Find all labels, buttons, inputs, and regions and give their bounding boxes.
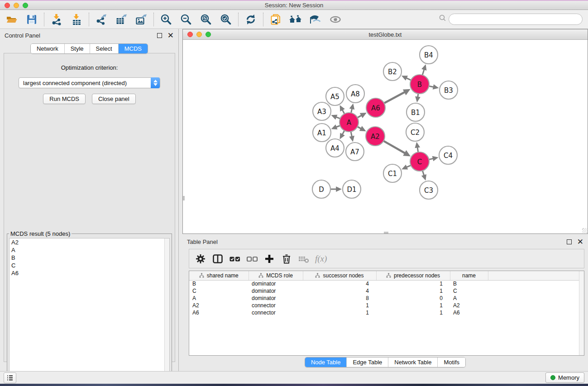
export-table-icon[interactable] [113, 12, 129, 27]
network-hscroll-hint[interactable] [384, 232, 388, 234]
float-panel-icon[interactable] [157, 33, 162, 38]
mcds-result-item[interactable]: A2 [10, 238, 169, 246]
table-row[interactable]: Bdominator41B [189, 280, 584, 287]
network-node-A7[interactable]: A7 [346, 143, 364, 161]
tab-motifs[interactable]: Motifs [438, 357, 465, 367]
tab-mcds[interactable]: MCDS [119, 44, 148, 53]
network-node-B2[interactable]: B2 [383, 62, 402, 81]
col-header-shared-name[interactable]: shared name [189, 271, 249, 280]
network-vscroll-hint[interactable] [183, 196, 185, 200]
zoom-selected-icon[interactable] [218, 12, 234, 27]
table-settings-icon[interactable] [192, 251, 209, 267]
app-titlebar: Session: New Session [0, 0, 588, 10]
network-node-D1[interactable]: D1 [343, 180, 361, 198]
table-row[interactable]: A2connector11A2 [189, 302, 584, 309]
tab-style[interactable]: Style [65, 44, 90, 53]
function-builder-icon[interactable]: f(x) [315, 254, 327, 264]
run-mcds-button[interactable]: Run MCDS [43, 94, 86, 104]
import-table-icon[interactable] [68, 12, 85, 27]
col-header-name[interactable]: name [450, 271, 488, 280]
tab-select[interactable]: Select [90, 44, 119, 53]
optimization-criterion-label: Optimization criterion: [4, 64, 175, 71]
tab-node-table[interactable]: Node Table [305, 357, 347, 367]
zoom-out-icon[interactable] [178, 12, 194, 27]
zoom-in-icon[interactable] [158, 12, 174, 27]
export-network-icon[interactable] [93, 12, 110, 27]
network-canvas[interactable]: B4B2BB3A8A5A6A3B1AA1C2A2A4A7C4CC1C3DD1 [183, 40, 588, 234]
network-node-A4[interactable]: A4 [326, 139, 344, 157]
network-graph[interactable]: B4B2BB3A8A5A6A3B1AA1C2A2A4A7C4CC1C3DD1 [183, 40, 588, 234]
mcds-result-list[interactable]: A2 A B C A6 [9, 238, 170, 382]
table-scrollbar[interactable] [579, 271, 584, 355]
attribute-icon [315, 273, 320, 278]
save-session-icon[interactable] [24, 12, 40, 27]
mcds-result-item[interactable]: C [10, 262, 169, 269]
open-file-icon[interactable] [4, 12, 20, 27]
show-graphics-details-icon[interactable] [327, 12, 344, 27]
new-network-from-selection-icon[interactable] [268, 12, 284, 27]
network-node-C4[interactable]: C4 [439, 146, 457, 164]
network-node-A2[interactable]: A2 [366, 127, 385, 146]
unselect-all-columns-icon[interactable] [244, 251, 261, 267]
network-node-C1[interactable]: C1 [383, 164, 402, 182]
table-float-icon[interactable] [567, 239, 572, 244]
import-network-icon[interactable] [48, 12, 65, 27]
first-neighbors-icon[interactable] [287, 12, 304, 27]
mcds-list-scrollbar[interactable] [164, 238, 169, 381]
network-node-A8[interactable]: A8 [346, 85, 364, 103]
export-image-icon[interactable] [133, 12, 149, 27]
mcds-result-item[interactable]: B [10, 254, 169, 262]
memory-label: Memory [558, 374, 579, 381]
network-node-A5[interactable]: A5 [326, 87, 344, 105]
mcds-result-item[interactable]: A6 [10, 269, 169, 277]
search-input[interactable] [449, 14, 583, 25]
network-node-B3[interactable]: B3 [440, 81, 458, 99]
col-header-predecessor-nodes[interactable]: predecessor nodes [376, 271, 450, 280]
mcds-result-item[interactable]: A [10, 246, 169, 254]
hide-graphics-details-icon[interactable] [307, 12, 324, 27]
network-view-window: testGlobe.txt B4B2BB3A8A5A6A3B1AA1C2A2A4… [182, 29, 588, 234]
zoom-fit-icon[interactable] [198, 12, 214, 27]
network-node-A[interactable]: A [339, 113, 359, 132]
add-column-icon[interactable] [261, 251, 278, 267]
select-all-columns-icon[interactable] [226, 251, 244, 267]
network-window-titlebar[interactable]: testGlobe.txt [183, 29, 588, 40]
apply-layout-icon[interactable] [243, 12, 259, 27]
network-node-C3[interactable]: C3 [420, 181, 438, 199]
svg-text:A1: A1 [317, 129, 326, 137]
network-node-A1[interactable]: A1 [313, 124, 331, 142]
main-toolbar [0, 10, 588, 29]
network-node-B1[interactable]: B1 [406, 103, 425, 121]
attribute-icon [199, 273, 204, 278]
close-panel-icon[interactable]: ✕ [167, 33, 174, 38]
svg-text:D1: D1 [347, 186, 356, 194]
network-node-A3[interactable]: A3 [313, 102, 331, 120]
network-node-A6[interactable]: A6 [366, 98, 385, 117]
network-node-B4[interactable]: B4 [420, 46, 438, 64]
network-node-C2[interactable]: C2 [406, 123, 424, 141]
table-close-icon[interactable]: ✕ [577, 239, 583, 244]
table-panel: Table Panel ✕ [182, 235, 588, 370]
criterion-dropdown[interactable]: largest connected component (directed) [19, 77, 160, 88]
network-node-C[interactable]: C [410, 152, 429, 171]
network-node-D[interactable]: D [312, 180, 330, 198]
tab-edge-table[interactable]: Edge Table [347, 357, 388, 367]
svg-text:C: C [417, 158, 422, 166]
network-resize-grip[interactable] [582, 228, 587, 233]
table-row[interactable]: Cdominator41C [189, 287, 584, 295]
tab-network[interactable]: Network [31, 44, 65, 53]
close-panel-button[interactable]: Close panel [92, 94, 136, 104]
table-row[interactable]: A6connector11A6 [189, 309, 584, 316]
memory-button[interactable]: Memory [545, 372, 584, 383]
delete-columns-icon[interactable] [278, 251, 295, 267]
show-panels-list-button[interactable] [4, 372, 16, 383]
network-node-B[interactable]: B [410, 75, 429, 94]
col-header-successor-nodes[interactable]: successor nodes [303, 271, 376, 280]
tab-network-table[interactable]: Network Table [388, 357, 438, 367]
delete-table-icon[interactable] [295, 251, 312, 267]
col-header-mcds-role[interactable]: MCDS role [249, 271, 303, 280]
table-row[interactable]: Adominator80A [189, 295, 584, 302]
column-layout-icon[interactable] [209, 251, 226, 267]
svg-text:B: B [417, 81, 422, 89]
node-table: shared name MCDS role successor nodes pr… [189, 271, 584, 356]
